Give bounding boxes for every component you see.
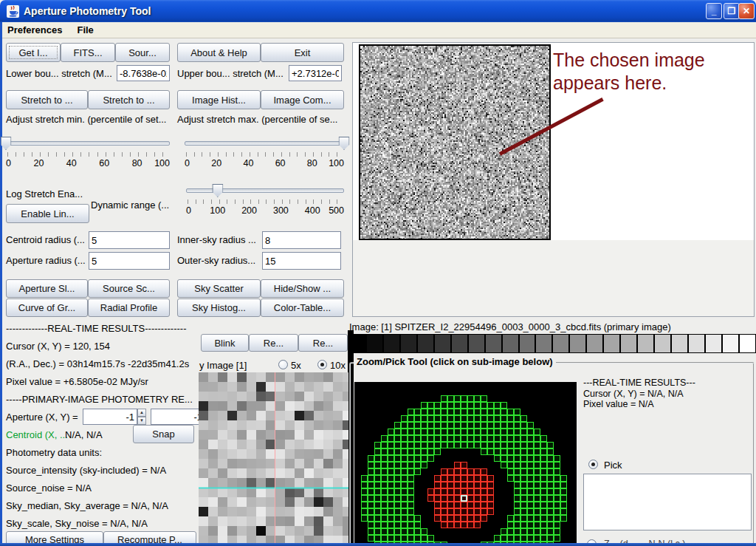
zp-results-title: ---REAL-TIME RESULTS---: [583, 378, 695, 388]
dynamic-range-label: Dynamic range (...: [91, 199, 169, 211]
zoom-5x-radio[interactable]: [278, 360, 288, 369]
colorbar-cell: [435, 335, 452, 352]
slider-groove: [6, 141, 170, 146]
reset-button-1[interactable]: Re...: [249, 334, 298, 352]
close-button[interactable]: ✕: [738, 3, 755, 19]
centroid-radius-input[interactable]: [89, 231, 170, 249]
upper-bound-label: Upper bou... stretch (M...: [177, 68, 284, 79]
zoom-10x-radio[interactable]: [317, 360, 327, 369]
source-intensity-readout: Source_intensity (sky-included) = N/A: [6, 465, 166, 476]
aperture-x-spinner[interactable]: ▲▼: [137, 409, 146, 425]
photometry-units-label: Photometry data units:: [6, 447, 102, 458]
maximize-button[interactable]: ❐: [724, 3, 740, 19]
slider-groove: [186, 188, 344, 193]
sky-scatter-button[interactable]: Sky Scatter: [177, 279, 261, 298]
stretch-max-slider[interactable]: 020406080100: [185, 136, 344, 171]
inner-sky-radius-input[interactable]: [262, 231, 341, 249]
colorbar-cell: [587, 335, 604, 352]
centroid-radius-label: Centroid radius (...: [6, 234, 85, 245]
colorbar-cell: [621, 335, 638, 352]
adjust-stretch-max-label: Adjust stretch max. (percentile of se...: [177, 114, 337, 125]
zoom-pixel-canvas[interactable]: [199, 372, 348, 546]
get-image-button[interactable]: Get I...: [6, 43, 61, 62]
aperture-radius-input[interactable]: [89, 252, 170, 270]
menu-preferences[interactable]: Preferences: [0, 24, 69, 35]
colorbar-cell: [553, 335, 570, 352]
colorbar-cell: [452, 335, 469, 352]
spin-down-icon[interactable]: ▼: [137, 417, 146, 425]
lower-bound-input[interactable]: [117, 65, 170, 81]
snap-button[interactable]: Snap: [133, 425, 194, 443]
display-image-label: y Image [1]: [199, 360, 247, 371]
colorbar-cell: [536, 335, 553, 352]
slider-tick-labels: 020406080100: [185, 158, 344, 169]
enable-linear-button[interactable]: Enable Lin...: [6, 204, 89, 223]
colorbar-cell: [740, 335, 755, 352]
inner-sky-radius-label: Inner-sky radius ...: [177, 234, 256, 245]
colorbar-cell: [520, 335, 537, 352]
outer-sky-radius-input[interactable]: [262, 252, 341, 270]
colorbar-cell: [503, 335, 520, 352]
source-button[interactable]: Sour...: [115, 43, 170, 62]
colorbar-cell: [655, 335, 672, 352]
menu-file[interactable]: File: [69, 24, 100, 35]
java-app-icon: [7, 5, 19, 18]
aperture-xy-label: Aperture (X, Y) =: [6, 412, 78, 423]
pixel-value-readout: Pixel value = +6.5805e-02 MJy/sr: [6, 376, 148, 387]
sky-scale-readout: Sky_scale, Sky_noise = N/A, N/A: [6, 518, 148, 529]
stretch-to-max-button[interactable]: Stretch to ...: [88, 90, 170, 109]
slider-groove: [185, 141, 344, 146]
stretch-min-slider[interactable]: 020406080100: [6, 136, 170, 171]
colorbar-cell: [401, 335, 418, 352]
dynamic-range-slider[interactable]: 0100200300400500: [186, 183, 344, 219]
colorbar-cell: [469, 335, 486, 352]
colorbar-cell: [672, 335, 689, 352]
colorbar-cell: [604, 335, 621, 352]
pick-radio[interactable]: [588, 460, 598, 469]
aperture-overlay-canvas[interactable]: [354, 382, 577, 546]
source-noise-readout: Source_noise = N/A: [6, 482, 92, 494]
aperture-x-input[interactable]: [83, 409, 137, 425]
slider-thumb[interactable]: [212, 184, 223, 197]
fits-button[interactable]: FITS...: [61, 43, 115, 62]
zoom-5x-label[interactable]: 5x: [291, 360, 301, 371]
lower-bound-label: Lower bou... stretch (M...: [6, 68, 112, 79]
title-bar: Aperture Photometry Tool _ ❐ ✕: [0, 0, 756, 22]
log-stretch-label: Log Stretch Ena...: [6, 188, 83, 199]
slider-tick-labels: 020406080100: [6, 158, 170, 169]
zp-cursor-readout: Cursor (X, Y) = N/A, N/A: [583, 389, 684, 399]
colorbar-cell: [706, 335, 723, 352]
colorbar-cell: [384, 335, 401, 352]
photometry-title: -----PRIMARY-IMAGE PHOTOMETRY RE...: [6, 394, 193, 405]
menu-bar: Preferences File: [0, 22, 756, 38]
upper-bound-input[interactable]: [289, 65, 342, 81]
blink-button[interactable]: Blink: [201, 334, 249, 352]
centroid-xy-label: Centroid (X, ...: [6, 429, 68, 440]
reset-button-2[interactable]: Re...: [298, 334, 348, 352]
sky-histogram-button[interactable]: Sky Histog...: [177, 298, 261, 317]
radial-profile-button[interactable]: Radial Profile: [88, 298, 170, 317]
colorbar-cell: [350, 335, 367, 352]
slider-thumb[interactable]: [339, 137, 350, 150]
cursor-readout: Cursor (X, Y) = 120, 154: [6, 341, 110, 352]
stretch-to-min-button[interactable]: Stretch to ...: [6, 90, 88, 109]
image-computation-button[interactable]: Image Com...: [261, 90, 344, 109]
color-table-button[interactable]: Color-Table...: [261, 298, 344, 317]
aperture-y-input[interactable]: [151, 409, 205, 425]
exit-button[interactable]: Exit: [261, 43, 344, 62]
aperture-slices-button[interactable]: Aperture Sl...: [6, 279, 88, 298]
slider-tick-labels: 0100200300400500: [186, 205, 344, 216]
curve-of-growth-button[interactable]: Curve of Gr...: [6, 298, 88, 317]
pick-results-textarea[interactable]: [583, 474, 752, 530]
hide-show-button[interactable]: Hide/Show ...: [261, 279, 344, 298]
zoom-10x-label[interactable]: 10x: [330, 360, 346, 371]
image-display-panel: The chosen image appears here.: [352, 42, 755, 317]
minimize-button[interactable]: _: [706, 3, 722, 19]
image-histogram-button[interactable]: Image Hist...: [177, 90, 261, 109]
source-scatter-button[interactable]: Source Sc...: [88, 279, 170, 298]
about-help-button[interactable]: About & Help: [177, 43, 261, 62]
grayscale-colorbar[interactable]: [349, 334, 756, 353]
colorbar-cell: [638, 335, 655, 352]
pick-radio-label[interactable]: Pick: [604, 460, 622, 471]
spin-up-icon[interactable]: ▲: [137, 409, 146, 417]
